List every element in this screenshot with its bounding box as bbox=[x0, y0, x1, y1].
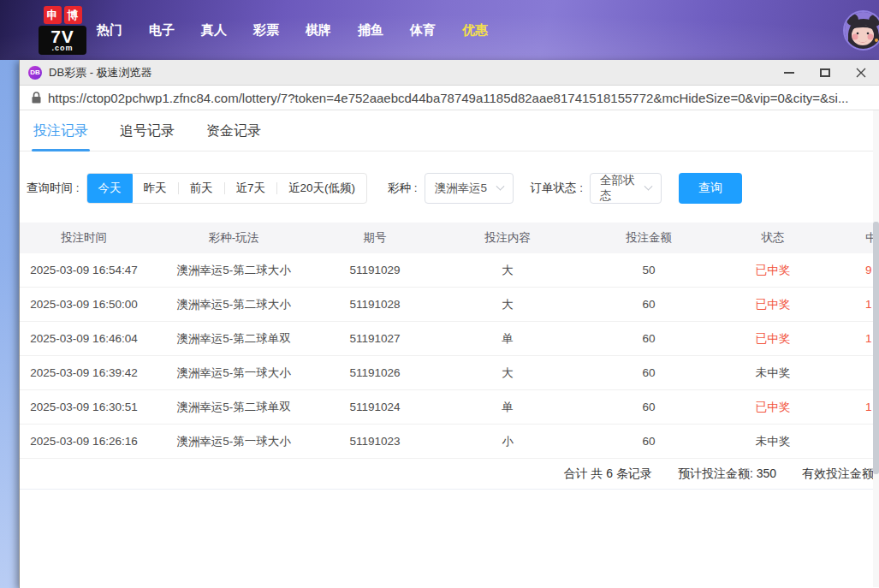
bet-time: 2025-03-09 16:50:00 bbox=[20, 298, 148, 311]
column-header: 投注内容 bbox=[431, 230, 585, 246]
table-row: 2025-03-09 16:50:00澳洲幸运5-第二球大小51191028大6… bbox=[20, 288, 879, 322]
game-play: 澳洲幸运5-第一球大小 bbox=[148, 434, 319, 449]
issue-number: 51191028 bbox=[319, 298, 431, 311]
minimize-icon bbox=[784, 72, 794, 74]
chevron-down-icon bbox=[496, 181, 504, 190]
status-filter-label: 订单状态 : bbox=[531, 181, 584, 196]
game-play: 澳洲幸运5-第二球单双 bbox=[148, 400, 319, 415]
status-select[interactable]: 全部状态 bbox=[590, 173, 662, 204]
scrollbar-thumb[interactable] bbox=[873, 222, 879, 474]
avatar[interactable] bbox=[843, 10, 879, 50]
window-titlebar[interactable]: DB DB彩票 - 极速浏览器 bbox=[20, 60, 879, 86]
table-row: 2025-03-09 16:26:16澳洲幸运5-第一球大小51191023小6… bbox=[20, 425, 879, 459]
nav-item[interactable]: 热门 bbox=[97, 22, 122, 39]
column-header: 彩种-玩法 bbox=[148, 230, 319, 246]
url-text: https://ctop02pchwp1.zfnc84.com/lottery/… bbox=[48, 91, 870, 105]
status: 已中奖 bbox=[713, 400, 833, 415]
status: 已中奖 bbox=[713, 331, 833, 347]
bet-time: 2025-03-09 16:39:42 bbox=[20, 366, 148, 379]
address-bar[interactable]: https://ctop02pchwp1.zfnc84.com/lottery/… bbox=[20, 86, 879, 110]
bet-time: 2025-03-09 16:46:04 bbox=[20, 332, 148, 345]
bet-content: 大 bbox=[431, 365, 585, 381]
game-play: 澳洲幸运5-第二球单双 bbox=[148, 331, 319, 347]
bet-amount: 60 bbox=[585, 298, 713, 311]
game-play: 澳洲幸运5-第一球大小 bbox=[148, 365, 319, 381]
column-header: 中奖金额 bbox=[833, 230, 879, 246]
summary-expected-amount: 预计投注金额: 350 bbox=[678, 466, 776, 482]
site-header: 申 博 7V .com 热门电子真人彩票棋牌捕鱼体育优惠 bbox=[0, 0, 879, 60]
bet-amount: 60 bbox=[585, 435, 713, 448]
nav-menu: 热门电子真人彩票棋牌捕鱼体育优惠 bbox=[97, 0, 488, 60]
summary-valid-amount: 有效投注金额: bbox=[802, 466, 877, 482]
nav-item[interactable]: 真人 bbox=[201, 22, 227, 39]
logo-badge-icon: 博 bbox=[64, 6, 82, 24]
time-filter-group: 今天昨天前天近7天近20天(低频) bbox=[86, 173, 368, 204]
time-option[interactable]: 昨天 bbox=[133, 173, 178, 204]
issue-number: 51191029 bbox=[319, 264, 431, 276]
bet-content: 大 bbox=[431, 263, 585, 278]
site-logo[interactable]: 申 博 7V .com bbox=[39, 6, 86, 55]
maximize-button[interactable] bbox=[807, 60, 843, 86]
table-summary: 合计 共 6 条记录 预计投注金额: 350 有效投注金额: bbox=[20, 459, 879, 490]
table-row: 2025-03-09 16:39:42澳洲幸运5-第一球大小51191026大6… bbox=[20, 356, 879, 390]
bet-content: 小 bbox=[431, 434, 585, 449]
minimize-button[interactable] bbox=[771, 60, 807, 86]
bet-time: 2025-03-09 16:26:16 bbox=[20, 435, 148, 448]
nav-item[interactable]: 彩票 bbox=[253, 22, 279, 39]
status: 已中奖 bbox=[713, 297, 833, 312]
nav-item[interactable]: 电子 bbox=[149, 22, 175, 39]
table-row: 2025-03-09 16:46:04澳洲幸运5-第二球单双51191027单6… bbox=[20, 322, 879, 356]
prize-amount: 1 bbox=[833, 298, 879, 311]
prize-amount: 1 bbox=[833, 332, 879, 345]
filter-bar: 查询时间 : 今天昨天前天近7天近20天(低频) 彩种 : 澳洲幸运5 订单状态… bbox=[27, 173, 879, 204]
column-header: 期号 bbox=[319, 230, 431, 246]
table-row: 2025-03-09 16:30:51澳洲幸运5-第二球单双51191024单6… bbox=[20, 390, 879, 425]
prize-amount: 9 bbox=[833, 264, 879, 276]
avatar-image bbox=[845, 12, 879, 49]
nav-item[interactable]: 体育 bbox=[410, 22, 436, 39]
time-option[interactable]: 近7天 bbox=[225, 173, 277, 204]
search-button[interactable]: 查询 bbox=[679, 173, 742, 204]
game-play: 澳洲幸运5-第二球大小 bbox=[148, 263, 319, 278]
logo-badges: 申 博 bbox=[39, 6, 86, 24]
bet-amount: 50 bbox=[585, 264, 713, 276]
lock-icon bbox=[32, 92, 41, 104]
logo-badge-icon: 申 bbox=[44, 6, 62, 24]
prize-amount: 1 bbox=[833, 401, 879, 413]
time-option[interactable]: 前天 bbox=[179, 173, 224, 204]
time-filter-label: 查询时间 : bbox=[27, 181, 80, 196]
nav-item[interactable]: 优惠 bbox=[462, 22, 488, 39]
scrollbar[interactable] bbox=[873, 110, 879, 587]
column-header: 投注时间 bbox=[20, 230, 148, 246]
lottery-select[interactable]: 澳洲幸运5 bbox=[425, 173, 514, 204]
close-button[interactable] bbox=[843, 60, 879, 86]
site-favicon-icon: DB bbox=[28, 66, 42, 80]
lottery-filter-label: 彩种 : bbox=[388, 181, 418, 196]
maximize-icon bbox=[820, 68, 830, 77]
desktop-background: 申 博 7V .com 热门电子真人彩票棋牌捕鱼体育优惠 bbox=[0, 0, 879, 588]
status: 未中奖 bbox=[713, 365, 833, 381]
game-play: 澳洲幸运5-第二球大小 bbox=[148, 297, 319, 312]
chevron-down-icon bbox=[644, 181, 653, 190]
column-header: 状态 bbox=[713, 230, 833, 246]
close-icon bbox=[856, 68, 866, 78]
nav-item[interactable]: 棋牌 bbox=[306, 22, 331, 39]
table-header: 投注时间彩种-玩法期号投注内容投注金额状态中奖金额 bbox=[20, 223, 879, 253]
tab[interactable]: 投注记录 bbox=[33, 122, 88, 151]
logo-suffix: .com bbox=[51, 45, 73, 52]
window-controls bbox=[771, 60, 879, 86]
time-option[interactable]: 近20天(低频) bbox=[277, 173, 366, 204]
bet-amount: 60 bbox=[585, 401, 713, 413]
browser-window: DB DB彩票 - 极速浏览器 https://ctop02pchwp1.zfn… bbox=[19, 60, 879, 588]
status-select-value: 全部状态 bbox=[600, 173, 645, 204]
tab[interactable]: 追号记录 bbox=[120, 122, 175, 151]
time-option[interactable]: 今天 bbox=[87, 173, 133, 204]
nav-item[interactable]: 捕鱼 bbox=[358, 22, 383, 39]
bet-time: 2025-03-09 16:30:51 bbox=[20, 401, 148, 413]
logo-text: 7V bbox=[50, 28, 74, 45]
bet-time: 2025-03-09 16:54:47 bbox=[20, 264, 148, 276]
tab[interactable]: 资金记录 bbox=[206, 122, 261, 151]
column-header: 投注金额 bbox=[585, 230, 713, 246]
issue-number: 51191023 bbox=[319, 435, 431, 448]
logo-main: 7V .com bbox=[39, 26, 86, 55]
